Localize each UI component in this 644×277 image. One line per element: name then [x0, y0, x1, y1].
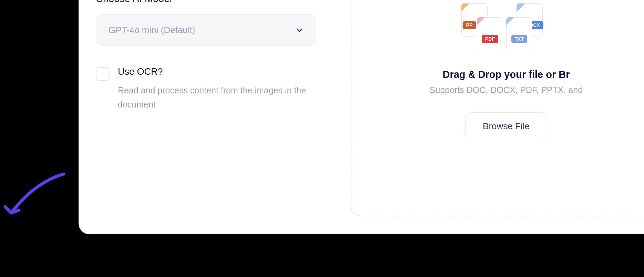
model-dropdown-value: GPT-4o mini (Default)	[109, 25, 195, 35]
browse-file-button[interactable]: Browse File	[465, 112, 547, 140]
form-section: Choose AI Model GPT-4o mini (Default) Us…	[96, 0, 316, 112]
ocr-label: Use OCR?	[118, 66, 316, 77]
file-upload-zone[interactable]: PP OCX PDF TXT Drag & Drop your file or …	[351, 0, 644, 216]
pdf-file-icon: PDF	[477, 17, 503, 50]
ocr-checkbox[interactable]	[96, 67, 110, 81]
model-section-label: Choose AI Model	[96, 0, 316, 4]
ocr-section: Use OCR? Read and process content from t…	[96, 66, 316, 112]
chevron-down-icon	[295, 26, 304, 34]
decorative-arrow-icon	[0, 169, 69, 231]
ppt-badge: PP	[463, 21, 476, 29]
ocr-content: Use OCR? Read and process content from t…	[118, 66, 316, 112]
upload-title: Drag & Drop your file or Br	[443, 69, 570, 80]
upload-subtitle: Supports DOC, DOCX, PDF, PPTX, and	[430, 85, 583, 95]
model-dropdown[interactable]: GPT-4o mini (Default)	[96, 14, 316, 46]
pdf-badge: PDF	[482, 35, 498, 43]
settings-card: Choose AI Model GPT-4o mini (Default) Us…	[79, 0, 644, 234]
file-type-icons: PP OCX PDF TXT	[458, 3, 554, 55]
txt-file-icon: TXT	[506, 17, 532, 50]
ocr-description: Read and process content from the images…	[118, 83, 316, 112]
txt-badge: TXT	[511, 35, 527, 43]
